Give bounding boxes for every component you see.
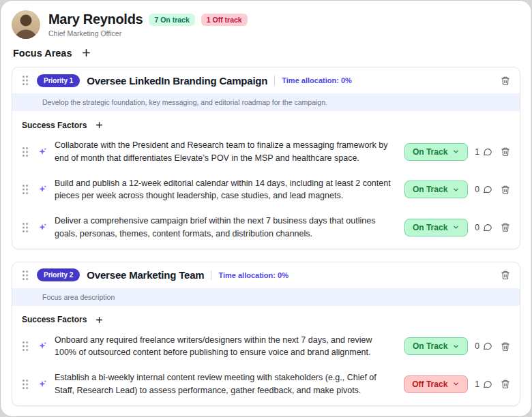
success-factor-row: Build and publish a 12-week editorial ca…	[12, 171, 520, 209]
success-factor-text[interactable]: Onboard any required freelance writers/d…	[55, 334, 398, 360]
focus-areas-title: Focus Areas	[13, 48, 72, 59]
drag-handle[interactable]	[20, 74, 30, 87]
profile-text-block: Mary Reynolds 7 On track 1 Off track Chi…	[48, 12, 248, 37]
drag-dots-icon	[22, 222, 29, 233]
comment-count: 1	[475, 147, 479, 157]
success-factor-row: Onboard any required freelance writers/d…	[12, 328, 520, 366]
plus-icon	[95, 316, 103, 324]
plus-icon	[95, 121, 103, 129]
drag-dots-icon	[22, 270, 29, 281]
comment-count: 0	[475, 185, 479, 194]
person-role: Chief Marketing Officer	[48, 29, 248, 37]
avatar-person-icon	[12, 10, 40, 39]
delete-focus-area-button[interactable]	[499, 268, 512, 281]
comment-count: 1	[475, 380, 479, 389]
status-dropdown[interactable]: On Track	[404, 143, 468, 161]
success-factor-text[interactable]: Build and publish a 12-week editorial ca…	[55, 177, 398, 203]
trash-icon	[501, 270, 510, 280]
status-label: Off Track	[412, 380, 447, 389]
status-label: On Track	[413, 341, 447, 351]
trash-icon	[501, 146, 510, 157]
priority-badge[interactable]: Priority 2	[37, 268, 80, 281]
delete-success-factor-button[interactable]	[499, 183, 512, 196]
time-allocation[interactable]: Time allocation: 0%	[218, 271, 289, 279]
success-factors-header: Success Factors	[12, 111, 520, 133]
comments-button[interactable]: 0	[475, 223, 492, 232]
focus-area-title[interactable]: Oversee LinkedIn Branding Campaign	[87, 75, 267, 87]
ai-sparkle-icon	[37, 379, 48, 390]
delete-success-factor-button[interactable]	[499, 340, 512, 353]
priority-badge[interactable]: Priority 1	[37, 74, 80, 87]
success-factors-title: Success Factors	[22, 315, 87, 324]
success-factors-header: Success Factors	[12, 306, 520, 328]
chevron-down-icon	[452, 343, 460, 350]
focus-area-description[interactable]: Focus area description	[12, 288, 520, 306]
success-factor-text[interactable]: Establish a bi-weekly internal content r…	[55, 371, 397, 397]
comment-bubble-icon	[483, 223, 492, 232]
add-success-factor-button[interactable]	[94, 120, 104, 130]
ai-sparkle-icon	[37, 222, 48, 233]
comment-bubble-icon	[483, 380, 492, 389]
drag-handle[interactable]	[20, 339, 30, 353]
status-dropdown[interactable]: On Track	[404, 219, 468, 236]
add-success-factor-button[interactable]	[94, 315, 104, 325]
success-factor-text[interactable]: Collaborate with the President and Resea…	[55, 139, 398, 165]
drag-handle[interactable]	[20, 145, 30, 159]
time-allocation[interactable]: Time allocation: 0%	[282, 76, 352, 84]
comment-bubble-icon	[483, 341, 492, 351]
status-dropdown[interactable]: Off Track	[404, 375, 468, 393]
ai-sparkle-icon	[37, 184, 48, 195]
focus-area-title[interactable]: Oversee Marketing Team	[87, 269, 204, 281]
success-factor-row: Collaborate with the President and Resea…	[12, 133, 520, 171]
chevron-down-icon	[452, 186, 460, 194]
trash-icon	[501, 222, 510, 232]
status-label: On Track	[413, 223, 447, 232]
comments-button[interactable]: 0	[475, 341, 492, 351]
delete-success-factor-button[interactable]	[499, 145, 512, 158]
focus-area-description[interactable]: Develop the strategic foundation, key me…	[12, 93, 520, 111]
name-row: Mary Reynolds 7 On track 1 Off track	[48, 12, 248, 27]
divider	[211, 271, 211, 280]
focus-area-card: Priority 2 Oversee Marketing Team Time a…	[12, 262, 520, 406]
on-track-count-badge: 7 On track	[149, 14, 194, 26]
drag-dots-icon	[22, 379, 29, 390]
delete-success-factor-button[interactable]	[499, 221, 512, 234]
drag-handle[interactable]	[20, 268, 30, 282]
trash-icon	[501, 341, 510, 352]
drag-handle[interactable]	[20, 377, 30, 391]
status-label: On Track	[413, 185, 447, 194]
person-name: Mary Reynolds	[48, 12, 143, 27]
comments-button[interactable]: 0	[475, 185, 492, 194]
drag-handle[interactable]	[20, 183, 30, 196]
drag-dots-icon	[22, 75, 29, 86]
trash-icon	[501, 185, 510, 195]
focus-areas-header: Focus Areas	[12, 47, 520, 59]
comment-bubble-icon	[483, 185, 492, 194]
drag-handle[interactable]	[20, 221, 30, 234]
chevron-down-icon	[452, 380, 460, 388]
comments-button[interactable]: 1	[475, 380, 492, 389]
drag-dots-icon	[22, 341, 29, 352]
plus-icon	[82, 48, 91, 57]
success-factor-row: Deliver a comprehensive campaign brief w…	[12, 208, 520, 247]
drag-dots-icon	[22, 146, 29, 157]
delete-focus-area-button[interactable]	[499, 74, 512, 87]
comments-button[interactable]: 1	[475, 147, 492, 157]
add-focus-area-button[interactable]	[80, 47, 92, 59]
avatar	[12, 10, 40, 39]
success-factor-text[interactable]: Deliver a comprehensive campaign brief w…	[55, 215, 398, 241]
trash-icon	[501, 76, 510, 86]
delete-success-factor-button[interactable]	[499, 377, 512, 390]
comment-count: 0	[475, 341, 479, 351]
profile-header: Mary Reynolds 7 On track 1 Off track Chi…	[12, 10, 520, 39]
profile-page: Mary Reynolds 7 On track 1 Off track Chi…	[0, 0, 532, 417]
success-factors-title: Success Factors	[22, 121, 87, 130]
focus-area-card-header: Priority 2 Oversee Marketing Team Time a…	[12, 262, 520, 288]
drag-dots-icon	[22, 184, 29, 195]
status-dropdown[interactable]: On Track	[404, 181, 468, 198]
chevron-down-icon	[452, 148, 460, 155]
divider	[274, 76, 275, 85]
status-dropdown[interactable]: On Track	[404, 337, 468, 355]
comment-count: 0	[475, 223, 479, 232]
chevron-down-icon	[452, 223, 460, 231]
